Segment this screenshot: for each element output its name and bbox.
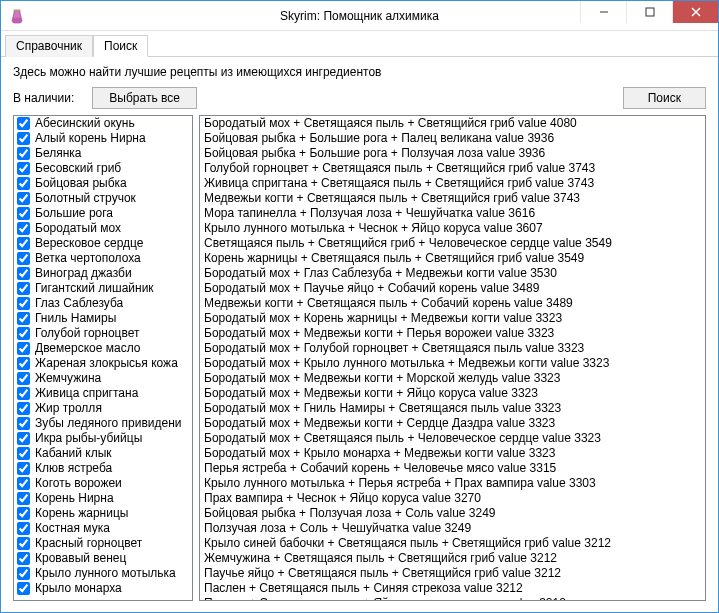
recipes-list[interactable]: Бородатый мох + Светящаяся пыль + Светящ…	[199, 115, 706, 601]
ingredient-checkbox[interactable]	[17, 387, 30, 400]
ingredient-item[interactable]: Абесинский окунь	[14, 116, 192, 131]
recipe-item[interactable]: Корень жарницы + Светящаяся пыль + Светя…	[200, 251, 705, 266]
ingredient-item[interactable]: Бородатый мох	[14, 221, 192, 236]
ingredient-checkbox[interactable]	[17, 567, 30, 580]
recipe-item[interactable]: Светящаяся пыль + Светящийся гриб + Чело…	[200, 236, 705, 251]
ingredient-checkbox[interactable]	[17, 222, 30, 235]
ingredient-checkbox[interactable]	[17, 552, 30, 565]
recipe-item[interactable]: Бородатый мох + Паучье яйцо + Собачий ко…	[200, 281, 705, 296]
ingredient-checkbox[interactable]	[17, 162, 30, 175]
ingredient-item[interactable]: Костная мука	[14, 521, 192, 536]
ingredient-checkbox[interactable]	[17, 132, 30, 145]
ingredient-checkbox[interactable]	[17, 117, 30, 130]
ingredient-checkbox[interactable]	[17, 462, 30, 475]
ingredient-checkbox[interactable]	[17, 252, 30, 265]
close-button[interactable]	[672, 1, 718, 23]
recipe-item[interactable]: Живица спригтана + Светящаяся пыль + Све…	[200, 176, 705, 191]
recipe-item[interactable]: Бойцовая рыбка + Большие рога + Ползучая…	[200, 146, 705, 161]
ingredient-item[interactable]: Жареная злокрысья кожа	[14, 356, 192, 371]
recipe-item[interactable]: Бойцовая рыбка + Ползучая лоза + Соль va…	[200, 506, 705, 521]
recipe-item[interactable]: Бойцовая рыбка + Большие рога + Палец ве…	[200, 131, 705, 146]
recipe-item[interactable]: Паучье яйцо + Светящаяся пыль + Светящий…	[200, 566, 705, 581]
ingredient-checkbox[interactable]	[17, 402, 30, 415]
recipe-item[interactable]: Бородатый мох + Глаз Саблезуба + Медвежь…	[200, 266, 705, 281]
select-all-button[interactable]: Выбрать все	[92, 87, 197, 109]
ingredient-checkbox[interactable]	[17, 342, 30, 355]
ingredient-checkbox[interactable]	[17, 312, 30, 325]
ingredient-item[interactable]: Гниль Намиры	[14, 311, 192, 326]
ingredient-item[interactable]: Вересковое сердце	[14, 236, 192, 251]
recipe-item[interactable]: Медвежьи когти + Светящаяся пыль + Собач…	[200, 296, 705, 311]
ingredient-item[interactable]: Жир тролля	[14, 401, 192, 416]
ingredient-item[interactable]: Виноград джазби	[14, 266, 192, 281]
recipe-item[interactable]: Крыло синей бабочки + Светящаяся пыль + …	[200, 536, 705, 551]
ingredient-checkbox[interactable]	[17, 537, 30, 550]
recipe-item[interactable]: Мора тапинелла + Ползучая лоза + Чешуйча…	[200, 206, 705, 221]
recipe-item[interactable]: Бородатый мох + Гниль Намиры + Светящаяс…	[200, 401, 705, 416]
ingredient-item[interactable]: Икра рыбы-убийцы	[14, 431, 192, 446]
ingredient-checkbox[interactable]	[17, 507, 30, 520]
ingredient-checkbox[interactable]	[17, 522, 30, 535]
maximize-button[interactable]	[626, 1, 672, 23]
recipe-item[interactable]: Бородатый мох + Голубой горноцвет + Свет…	[200, 341, 705, 356]
ingredient-item[interactable]: Болотный стручок	[14, 191, 192, 206]
ingredient-item[interactable]: Зубы ледяного привидени	[14, 416, 192, 431]
recipe-item[interactable]: Ползучая лоза + Соль + Чешуйчатка value …	[200, 521, 705, 536]
ingredient-item[interactable]: Кровавый венец	[14, 551, 192, 566]
ingredient-item[interactable]: Живица спригтана	[14, 386, 192, 401]
ingredient-checkbox[interactable]	[17, 207, 30, 220]
ingredient-item[interactable]: Бесовский гриб	[14, 161, 192, 176]
ingredient-item[interactable]: Красный горноцвет	[14, 536, 192, 551]
ingredient-item[interactable]: Коготь ворожеи	[14, 476, 192, 491]
ingredient-checkbox[interactable]	[17, 357, 30, 370]
ingredient-item[interactable]: Белянка	[14, 146, 192, 161]
ingredient-checkbox[interactable]	[17, 477, 30, 490]
ingredient-checkbox[interactable]	[17, 492, 30, 505]
search-button[interactable]: Поиск	[623, 87, 706, 109]
recipe-item[interactable]: Бородатый мох + Медвежьи когти + Сердце …	[200, 416, 705, 431]
ingredient-checkbox[interactable]	[17, 177, 30, 190]
ingredient-item[interactable]: Двемерское масло	[14, 341, 192, 356]
recipe-item[interactable]: Бородатый мох + Медвежьи когти + Перья в…	[200, 326, 705, 341]
ingredient-checkbox[interactable]	[17, 582, 30, 595]
ingredient-item[interactable]: Корень Нирна	[14, 491, 192, 506]
ingredient-item[interactable]: Большие рога	[14, 206, 192, 221]
ingredient-checkbox[interactable]	[17, 372, 30, 385]
ingredient-item[interactable]: Алый корень Нирна	[14, 131, 192, 146]
recipe-item[interactable]: Крыло лунного мотылька + Перья ястреба +…	[200, 476, 705, 491]
recipe-item[interactable]: Бородатый мох + Медвежьи когти + Морской…	[200, 371, 705, 386]
ingredient-item[interactable]: Глаз Саблезуба	[14, 296, 192, 311]
recipe-item[interactable]: Паслен + Светящаяся пыль + Синяя стрекоз…	[200, 581, 705, 596]
recipe-item[interactable]: Бородатый мох + Крыло монарха + Медвежьи…	[200, 446, 705, 461]
ingredient-checkbox[interactable]	[17, 447, 30, 460]
tab-reference[interactable]: Справочник	[5, 35, 93, 57]
ingredient-item[interactable]: Голубой горноцвет	[14, 326, 192, 341]
ingredient-item[interactable]: Крыло лунного мотылька	[14, 566, 192, 581]
ingredient-item[interactable]: Жемчужина	[14, 371, 192, 386]
recipe-item[interactable]: Медвежьи когти + Светящаяся пыль + Светя…	[200, 191, 705, 206]
ingredient-checkbox[interactable]	[17, 297, 30, 310]
recipe-item[interactable]: Крыло лунного мотылька + Чеснок + Яйцо к…	[200, 221, 705, 236]
ingredients-list[interactable]: Абесинский окуньАлый корень НирнаБелянка…	[13, 115, 193, 601]
ingredient-item[interactable]: Кабаний клык	[14, 446, 192, 461]
recipe-item[interactable]: Перья ястреба + Собачий корень + Человеч…	[200, 461, 705, 476]
recipe-item[interactable]: Бородатый мох + Корень жарницы + Медвежь…	[200, 311, 705, 326]
recipe-item[interactable]: Бородатый мох + Медвежьи когти + Яйцо ко…	[200, 386, 705, 401]
minimize-button[interactable]	[580, 1, 626, 23]
recipe-item[interactable]: Бородатый мох + Светящаяся пыль + Челове…	[200, 431, 705, 446]
recipe-item[interactable]: Паслен + Светящаяся пыль + Яйцо сосновог…	[200, 596, 705, 601]
ingredient-checkbox[interactable]	[17, 432, 30, 445]
ingredient-checkbox[interactable]	[17, 192, 30, 205]
ingredient-checkbox[interactable]	[17, 267, 30, 280]
recipe-item[interactable]: Жемчужина + Светящаяся пыль + Светящийся…	[200, 551, 705, 566]
ingredient-item[interactable]: Ветка чертополоха	[14, 251, 192, 266]
ingredient-checkbox[interactable]	[17, 417, 30, 430]
recipe-item[interactable]: Голубой горноцвет + Светящаяся пыль + Св…	[200, 161, 705, 176]
ingredient-item[interactable]: Гигантский лишайник	[14, 281, 192, 296]
recipe-item[interactable]: Прах вампира + Чеснок + Яйцо коруса valu…	[200, 491, 705, 506]
ingredient-checkbox[interactable]	[17, 327, 30, 340]
tab-search[interactable]: Поиск	[93, 35, 148, 57]
ingredient-item[interactable]: Крыло монарха	[14, 581, 192, 596]
ingredient-checkbox[interactable]	[17, 282, 30, 295]
recipe-item[interactable]: Бородатый мох + Светящаяся пыль + Светящ…	[200, 116, 705, 131]
